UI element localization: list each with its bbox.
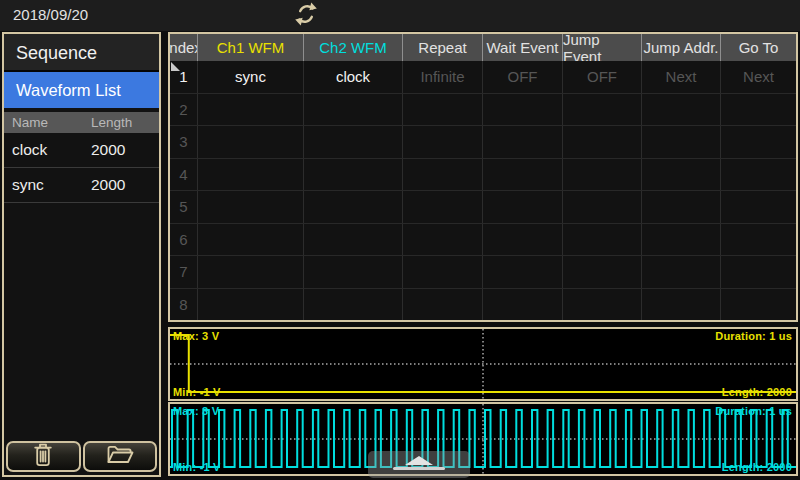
sequence-cell[interactable]	[721, 191, 796, 223]
sequence-row-5[interactable]: 5	[170, 191, 796, 224]
sequence-cell[interactable]: clock	[304, 61, 403, 93]
ch1-waveform-trace	[170, 329, 796, 399]
tab-sequence[interactable]: Sequence	[4, 34, 159, 72]
index-cell: 3	[170, 126, 198, 158]
tab-waveform-list[interactable]: Waveform List	[4, 72, 159, 108]
column-header-go-to: Go To	[721, 34, 796, 61]
sequence-table-body: 1syncclockInfiniteOFFOFFNextNext2345678	[170, 61, 796, 320]
sequence-cell[interactable]	[403, 94, 483, 126]
sequence-cell[interactable]	[403, 256, 483, 288]
top-status-bar: 2018/09/20	[0, 0, 800, 31]
sequence-cell[interactable]	[198, 191, 304, 223]
waveform-list-row[interactable]: sync2000	[4, 168, 159, 203]
sequence-cell[interactable]	[642, 126, 721, 158]
sequence-cell[interactable]	[198, 126, 304, 158]
index-cell: 5	[170, 191, 198, 223]
sequence-cell[interactable]	[304, 224, 403, 256]
sequence-cell[interactable]: Next	[721, 61, 796, 93]
arrow-up-icon	[389, 454, 449, 476]
sequence-cell[interactable]	[403, 224, 483, 256]
sequence-cell[interactable]	[304, 289, 403, 321]
sequence-cell[interactable]	[642, 159, 721, 191]
sequence-cell[interactable]	[198, 289, 304, 321]
ch2-max-label: Max: 3 V	[173, 405, 219, 417]
sequence-cell[interactable]	[563, 191, 642, 223]
waveform-name: sync	[4, 176, 91, 194]
sequence-cell[interactable]	[403, 159, 483, 191]
sequence-cell[interactable]: OFF	[483, 61, 563, 93]
index-cell: 2	[170, 94, 198, 126]
open-file-button[interactable]	[83, 441, 158, 472]
sequence-cell[interactable]	[483, 126, 563, 158]
sequence-row-4[interactable]: 4	[170, 159, 796, 192]
sequence-cell[interactable]	[198, 159, 304, 191]
sequence-cell[interactable]	[304, 159, 403, 191]
sequence-cell[interactable]	[563, 256, 642, 288]
sequence-cell[interactable]	[403, 191, 483, 223]
sequence-cell[interactable]	[721, 256, 796, 288]
sequence-cell[interactable]	[563, 289, 642, 321]
sequence-cell[interactable]: OFF	[563, 61, 642, 93]
sequence-cell[interactable]	[642, 289, 721, 321]
column-header-jump-event: Jump Event	[563, 34, 642, 61]
sequence-cell[interactable]	[563, 126, 642, 158]
column-header-name: Name	[4, 115, 91, 130]
waveform-list-row[interactable]: clock2000	[4, 133, 159, 168]
swipe-up-handle[interactable]	[368, 451, 470, 478]
sequence-cell[interactable]	[198, 256, 304, 288]
column-header-repeat: Repeat	[403, 34, 483, 61]
index-cell: 8	[170, 289, 198, 321]
sequence-cell[interactable]	[483, 224, 563, 256]
sequence-cell[interactable]	[483, 94, 563, 126]
ch2-min-label: Min: -1 V	[173, 461, 221, 473]
sequence-cell[interactable]	[304, 94, 403, 126]
sequence-row-8[interactable]: 8	[170, 289, 796, 321]
sequence-row-6[interactable]: 6	[170, 224, 796, 257]
index-cell: 4	[170, 159, 198, 191]
trash-icon	[31, 442, 55, 471]
sequence-cell[interactable]	[721, 126, 796, 158]
folder-open-icon	[105, 443, 135, 470]
sequence-cell[interactable]	[483, 159, 563, 191]
sequence-cell[interactable]	[483, 289, 563, 321]
sequence-cell[interactable]	[642, 94, 721, 126]
sequence-cell[interactable]	[721, 159, 796, 191]
sequence-cell[interactable]	[721, 94, 796, 126]
sequence-cell[interactable]	[198, 224, 304, 256]
sequence-cell[interactable]	[198, 94, 304, 126]
ch1-duration-label: Duration: 1 us	[715, 330, 792, 342]
sequence-cell[interactable]	[642, 256, 721, 288]
sequence-row-7[interactable]: 7	[170, 256, 796, 289]
refresh-button[interactable]	[289, 0, 323, 31]
delete-waveform-button[interactable]	[6, 441, 81, 472]
sequence-cell[interactable]	[721, 289, 796, 321]
sequence-row-1[interactable]: 1syncclockInfiniteOFFOFFNextNext	[170, 61, 796, 94]
column-header-ch2-wfm: Ch2 WFM	[304, 34, 403, 61]
sequence-cell[interactable]	[642, 224, 721, 256]
sequence-cell[interactable]: Infinite	[403, 61, 483, 93]
sequence-cell[interactable]	[563, 159, 642, 191]
sequence-cell[interactable]: sync	[198, 61, 304, 93]
sequence-cell[interactable]	[483, 256, 563, 288]
sequence-cell[interactable]	[304, 126, 403, 158]
sequence-cell[interactable]	[304, 191, 403, 223]
sequence-cell[interactable]	[721, 224, 796, 256]
ch1-max-label: Max: 3 V	[173, 330, 219, 342]
sequence-cell[interactable]	[483, 191, 563, 223]
ch2-waveform-preview: Max: 3 V Duration: 1 us Min: -1 V Length…	[168, 402, 798, 476]
sequence-cell[interactable]	[642, 191, 721, 223]
waveform-length: 2000	[91, 141, 125, 159]
sequence-cell[interactable]: Next	[642, 61, 721, 93]
sequence-cell[interactable]	[403, 289, 483, 321]
sequence-table-header: IndexCh1 WFMCh2 WFMRepeatWait EventJump …	[170, 34, 796, 61]
column-header-ch1-wfm: Ch1 WFM	[198, 34, 304, 61]
sequence-cell[interactable]	[304, 256, 403, 288]
selected-row-marker	[171, 62, 180, 71]
sequence-cell[interactable]	[403, 126, 483, 158]
sequence-cell[interactable]	[563, 94, 642, 126]
sequence-row-3[interactable]: 3	[170, 126, 796, 159]
sequence-row-2[interactable]: 2	[170, 94, 796, 127]
sequence-cell[interactable]	[563, 224, 642, 256]
waveform-name: clock	[4, 141, 91, 159]
ch1-min-label: Min: -1 V	[173, 386, 221, 398]
